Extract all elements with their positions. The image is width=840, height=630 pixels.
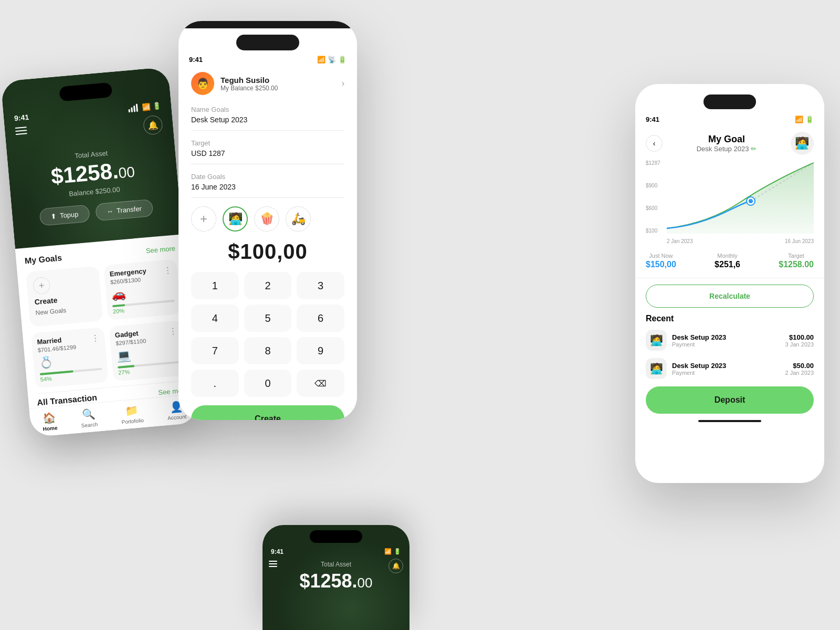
- phone4-amount: $1258.00: [262, 570, 410, 592]
- chevron-right-icon[interactable]: ›: [342, 79, 344, 88]
- gadget-goal-amount: $297/$1100: [116, 338, 146, 346]
- recalculate-button[interactable]: Recalculate: [646, 285, 814, 308]
- stat-just-now: Just Now $150,00: [646, 253, 676, 269]
- goal-title-section: My Goal Desk Setup 2023 ✏: [697, 134, 757, 153]
- phone4-status: 9:41 📶 🔋: [262, 548, 410, 555]
- nav-search[interactable]: 🔍 Search: [80, 407, 98, 429]
- recent-name-1: Desk Setup 2023: [672, 333, 726, 341]
- married-goal-card[interactable]: Married $701.46/$1299 ⋮ 💍 54%: [31, 327, 109, 388]
- recent-right-1: $100.00 3 Jan 2023: [785, 333, 814, 348]
- emergency-goal-emoji: 🚗: [111, 283, 174, 302]
- create-label: Create: [34, 296, 58, 306]
- num-1[interactable]: 1: [191, 272, 239, 299]
- name-goals-field: Name Goals Desk Setup 2023: [191, 106, 344, 131]
- num-dot[interactable]: .: [191, 370, 239, 397]
- num-6[interactable]: 6: [297, 304, 344, 332]
- user-balance: My Balance $250.00: [220, 85, 342, 92]
- num-3[interactable]: 3: [297, 272, 344, 299]
- recent-right-2: $50.00 2 Jan 2023: [785, 362, 814, 376]
- stats-row: Just Now $150,00 Monthly $251,6 Target $…: [635, 244, 824, 278]
- recent-name-2: Desk Setup 2023: [672, 362, 726, 370]
- phone2-battery-icon: 🔋: [338, 56, 346, 64]
- gadget-goal-emoji: 💻: [116, 344, 180, 363]
- num-8[interactable]: 8: [244, 337, 292, 364]
- recent-icon-1: 🧑‍💻: [646, 330, 667, 351]
- num-5[interactable]: 5: [244, 304, 292, 332]
- chart-svg: [667, 160, 814, 234]
- transfer-button[interactable]: ↔ Transfer: [95, 199, 153, 221]
- create-sub-label: New Goals: [35, 307, 67, 317]
- phone3-battery-icon: 🔋: [805, 116, 814, 123]
- edit-icon[interactable]: ✏: [751, 145, 757, 153]
- recent-amount-2: $50.00: [785, 362, 814, 370]
- phone1-time: 9:41: [14, 113, 29, 122]
- phone2-notch: [236, 35, 299, 50]
- recent-item-2[interactable]: 🧑‍💻 Desk Setup 2023 Payment $50.00 2 Jan…: [646, 358, 814, 379]
- portfolio-icon: 📁: [124, 404, 139, 417]
- phone4-signal-icon: 📶: [384, 548, 392, 555]
- delete-btn[interactable]: ⌫: [297, 370, 344, 397]
- phone4-asset-label: Total Asset: [262, 561, 410, 568]
- emoji-desk-btn[interactable]: 🧑‍💻: [223, 206, 248, 232]
- target-label: Target: [191, 139, 344, 147]
- name-goals-value: Desk Setup 2023: [191, 116, 344, 124]
- num-7[interactable]: 7: [191, 337, 239, 364]
- phone1-bottom: My Goals See more + Create New Goals Eme…: [15, 234, 199, 437]
- phone2-content: 👨 Teguh Susilo My Balance $250.00 › Name…: [178, 72, 357, 420]
- emergency-goal-header: Emergency $260/$1300 ⋮: [109, 265, 173, 285]
- nav-portfolio[interactable]: 📁 Portofolio: [120, 403, 144, 425]
- create-button[interactable]: Create: [191, 405, 344, 420]
- recent-icon-2: 🧑‍💻: [646, 358, 667, 379]
- search-icon: 🔍: [81, 407, 96, 421]
- phone2: 9:41 📶 📡 🔋 👨 Teguh Susilo My Balance $25…: [178, 21, 357, 420]
- phone4: 9:41 📶 🔋 🔔 Total Asset $1258.00: [262, 525, 410, 630]
- nav-home[interactable]: 🏠 Home: [41, 411, 58, 432]
- target-field: Target USD 1287: [191, 139, 344, 164]
- emergency-goal-card[interactable]: Emergency $260/$1300 ⋮ 🚗 20%: [103, 259, 181, 320]
- goals-grid: + Create New Goals Emergency $260/$1300 …: [26, 259, 181, 327]
- recent-type-2: Payment: [672, 370, 726, 376]
- emergency-goal-dots[interactable]: ⋮: [163, 265, 173, 275]
- recent-date-2: 2 Jan 2023: [785, 370, 814, 376]
- stat-monthly: Monthly $251,6: [715, 253, 740, 269]
- back-button[interactable]: ‹: [646, 135, 663, 152]
- num-4[interactable]: 4: [191, 304, 239, 332]
- phone4-time: 9:41: [271, 548, 284, 555]
- recent-type-1: Payment: [672, 341, 726, 348]
- user-info: Teguh Susilo My Balance $250.00: [220, 76, 342, 92]
- create-goals-card[interactable]: + Create New Goals: [26, 266, 103, 327]
- phone2-status: 9:41 📶 📡 🔋: [178, 50, 357, 64]
- stat-target: Target $1258.00: [779, 253, 814, 269]
- topup-icon: ⬆: [50, 212, 57, 220]
- gadget-goal-card[interactable]: Gadget $297/$1100 ⋮ 💻 27%: [109, 320, 186, 382]
- deposit-button[interactable]: Deposit: [646, 386, 814, 414]
- name-goals-label: Name Goals: [191, 106, 344, 113]
- phone4-notch: [310, 530, 362, 543]
- emergency-progress-fill: [112, 304, 125, 307]
- emoji-popcorn-btn[interactable]: 🍿: [254, 206, 279, 232]
- phone3-time: 9:41: [646, 116, 659, 123]
- recent-item-1[interactable]: 🧑‍💻 Desk Setup 2023 Payment $100.00 3 Ja…: [646, 330, 814, 351]
- chart-container: $1287 $900 $600 $100: [646, 160, 814, 244]
- see-more-goals[interactable]: See more: [145, 244, 175, 255]
- menu-icon[interactable]: [15, 127, 27, 135]
- amount-display: $100,00: [191, 240, 344, 264]
- emoji-add-btn[interactable]: +: [191, 206, 216, 232]
- notification-bell-icon[interactable]: 🔔: [143, 115, 163, 135]
- phone1-top: 9:41 📶 🔋 🔔 Total Asset $1258.00 Balan: [1, 67, 183, 249]
- goal-avatar: 🧑‍💻: [791, 132, 814, 155]
- married-goal-dots[interactable]: ⋮: [90, 333, 100, 343]
- phone4-battery-icon: 🔋: [394, 548, 401, 555]
- num-0[interactable]: 0: [244, 370, 292, 397]
- emoji-scooter-btn[interactable]: 🛵: [286, 206, 311, 232]
- chart-y-labels: $1287 $900 $600 $100: [646, 160, 660, 234]
- phone3-signal-icon: 📶: [795, 116, 803, 123]
- num-9[interactable]: 9: [297, 337, 344, 364]
- num-2[interactable]: 2: [244, 272, 292, 299]
- recent-amount-1: $100.00: [785, 333, 814, 341]
- phone1: 9:41 📶 🔋 🔔 Total Asset $1258.00 Balan: [1, 67, 199, 437]
- phone2-wifi-icon: 📡: [328, 56, 336, 64]
- gadget-goal-dots[interactable]: ⋮: [169, 326, 178, 337]
- my-goal-title: My Goal: [697, 134, 757, 145]
- topup-button[interactable]: ⬆ Topup: [39, 205, 90, 226]
